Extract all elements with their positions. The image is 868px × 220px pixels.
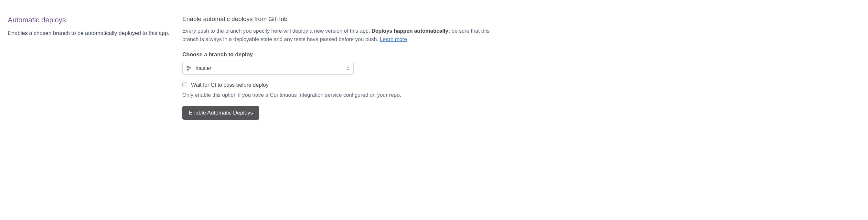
paragraph-text: Every push to the branch you specify her…	[182, 28, 371, 34]
paragraph-period: .	[407, 36, 409, 42]
wait-for-ci-checkbox[interactable]	[182, 82, 187, 87]
branch-select[interactable]	[182, 62, 354, 75]
wait-for-ci-label[interactable]: Wait for CI to pass before deploy	[191, 82, 269, 88]
section-sidebar: Automatic deploys Enables a chosen branc…	[8, 16, 169, 120]
ci-hint: Only enable this option if you have a Co…	[182, 90, 506, 99]
section-content: Enable automatic deploys from GitHub Eve…	[182, 16, 506, 120]
section-description: Enables a chosen branch to be automatica…	[8, 29, 169, 37]
enable-heading: Enable automatic deploys from GitHub	[182, 16, 506, 23]
learn-more-link[interactable]: Learn more	[380, 36, 407, 42]
branch-field-label: Choose a branch to deploy	[182, 51, 506, 58]
automatic-deploys-section: Automatic deploys Enables a chosen branc…	[8, 16, 506, 120]
ci-checkbox-row: Wait for CI to pass before deploy	[182, 82, 506, 88]
enable-automatic-deploys-button[interactable]: Enable Automatic Deploys	[182, 106, 259, 120]
section-title: Automatic deploys	[8, 16, 169, 25]
enable-description: Every push to the branch you specify her…	[182, 27, 506, 44]
paragraph-strong: Deploys happen automatically:	[371, 28, 450, 34]
branch-select-wrap	[182, 62, 354, 75]
